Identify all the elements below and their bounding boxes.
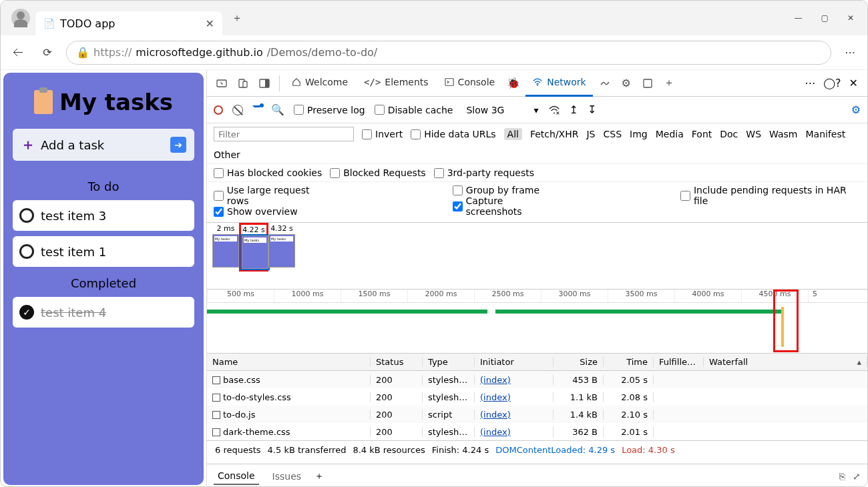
back-button[interactable]: 🡠 [7, 42, 29, 63]
filmstrip-frame-selected[interactable]: 4.22 s My tasks [240, 224, 267, 270]
close-tab-icon[interactable]: ✕ [206, 17, 214, 30]
filter-type[interactable]: WS [746, 129, 761, 139]
inspect-icon[interactable] [212, 74, 231, 93]
minimize-icon[interactable]: — [795, 13, 803, 23]
record-button[interactable] [214, 105, 223, 115]
filter-type[interactable]: Font [692, 129, 712, 139]
col-initiator[interactable]: Initiator [475, 357, 554, 367]
app-title-text: My tasks [59, 89, 173, 115]
request-row[interactable]: dark-theme.css200styleshe…(index)362 B2.… [207, 423, 867, 440]
browser-titlebar: 📄 TODO app ✕ ＋ — ▢ ✕ [1, 1, 867, 35]
bug-icon[interactable]: 🐞 [504, 74, 523, 93]
filmstrip-frame[interactable]: 4.32 s My tasks [268, 224, 295, 268]
task-item-completed[interactable]: ✓ test item 4 [13, 297, 194, 328]
download-har-icon[interactable]: ↧ [588, 103, 596, 116]
performance-icon[interactable] [596, 74, 614, 93]
request-row[interactable]: to-do-styles.css200styleshe…(index)1.1 k… [207, 388, 867, 406]
maximize-icon[interactable]: ▢ [821, 13, 829, 23]
request-row[interactable]: to-do.js200script(index)1.4 kB2.10 s [207, 406, 867, 423]
tab-network[interactable]: Network [525, 70, 592, 97]
col-size[interactable]: Size [554, 357, 604, 367]
close-devtools-icon[interactable]: ✕ [849, 77, 858, 89]
profile-avatar[interactable] [11, 9, 30, 27]
drawer-tab-issues[interactable]: Issues [272, 471, 302, 482]
third-party-checkbox[interactable]: 3rd-party requests [434, 167, 534, 178]
filter-type[interactable]: Wasm [769, 129, 797, 139]
address-bar[interactable]: 🔒 https://microsoftedge.github.io/Demos/… [66, 41, 831, 65]
filter-type[interactable]: Img [630, 129, 648, 139]
request-table-header[interactable]: Name Status Type Initiator Size Time Ful… [207, 354, 867, 371]
device-toggle-icon[interactable] [234, 74, 252, 93]
dock-icon[interactable] [255, 74, 274, 93]
network-settings-icon[interactable]: ⚙ [851, 103, 861, 116]
col-status[interactable]: Status [371, 357, 423, 367]
close-window-icon[interactable]: ✕ [847, 13, 854, 23]
add-task-input[interactable]: ＋ Add a task ➔ [13, 129, 194, 161]
filter-type[interactable]: Manifest [806, 129, 846, 139]
task-item[interactable]: test item 1 [13, 236, 194, 267]
group-by-frame-checkbox[interactable]: Group by frame [453, 185, 560, 195]
filter-type[interactable]: Other [214, 149, 240, 160]
memory-icon[interactable]: ⚙ [617, 74, 636, 93]
url-host: microsoftedge.github.io [136, 46, 262, 59]
filmstrip-frame[interactable]: 2 ms My tasks [212, 224, 239, 268]
overview-timeline[interactable]: 500 ms1000 ms1500 ms2000 ms2500 ms3000 m… [207, 290, 867, 354]
status-requests: 6 requests [215, 445, 261, 455]
radio-unchecked-icon[interactable] [19, 208, 34, 223]
disable-cache-checkbox[interactable]: Disable cache [375, 105, 453, 115]
more-tools-icon[interactable]: ⋯ [805, 77, 815, 89]
refresh-button[interactable]: ⟳ [37, 42, 58, 63]
radio-unchecked-icon[interactable] [19, 244, 34, 259]
col-fulfilled[interactable]: Fulfilled… [654, 357, 704, 367]
filter-input[interactable] [214, 127, 354, 141]
browser-tab[interactable]: 📄 TODO app ✕ [35, 11, 222, 35]
filter-type[interactable]: Doc [720, 129, 738, 139]
tab-welcome[interactable]: Welcome [285, 70, 355, 97]
more-menu-icon[interactable]: ⋯ [839, 42, 861, 63]
add-drawer-tab-icon[interactable]: ＋ [314, 470, 324, 482]
include-pending-checkbox[interactable]: Include pending requests in HAR file [680, 185, 861, 206]
new-tab-button[interactable]: ＋ [226, 7, 248, 29]
page-icon: 📄 [43, 18, 55, 29]
filter-toggle-icon[interactable] [252, 105, 262, 115]
upload-har-icon[interactable]: ↥ [570, 103, 578, 116]
hide-data-urls-checkbox[interactable]: Hide data URLs [411, 129, 495, 139]
capture-screenshots-checkbox[interactable]: Capture screenshots [453, 195, 560, 217]
col-waterfall[interactable]: Waterfall▴ [704, 357, 867, 367]
svg-rect-7 [644, 79, 652, 87]
invert-checkbox[interactable]: Invert [362, 129, 403, 139]
help-icon[interactable]: ◯? [823, 77, 841, 89]
search-icon[interactable]: 🔍 [271, 103, 284, 116]
network-options: Use large request rows Show overview Gro… [207, 182, 867, 223]
submit-task-button[interactable]: ➔ [170, 137, 186, 153]
filter-type-all[interactable]: All [504, 128, 522, 140]
show-overview-checkbox[interactable]: Show overview [214, 206, 333, 217]
col-type[interactable]: Type [423, 357, 475, 367]
col-name[interactable]: Name [207, 357, 371, 367]
filter-type[interactable]: Media [656, 129, 684, 139]
request-row[interactable]: base.css200styleshe…(index)453 B2.05 s [207, 371, 867, 388]
col-time[interactable]: Time [604, 357, 654, 367]
app-heading: My tasks [13, 82, 194, 129]
task-item[interactable]: test item 3 [13, 200, 194, 231]
large-rows-checkbox[interactable]: Use large request rows [214, 185, 333, 206]
throttling-select[interactable]: Slow 3G ▾ [462, 105, 538, 115]
application-icon[interactable] [638, 74, 657, 93]
status-dcl: DOMContentLoaded: 4.29 s [495, 445, 615, 455]
check-icon[interactable]: ✓ [19, 305, 34, 320]
preserve-log-checkbox[interactable]: Preserve log [294, 105, 365, 115]
filter-type[interactable]: Fetch/XHR [530, 129, 579, 139]
filter-type[interactable]: JS [586, 129, 595, 139]
add-tab-icon[interactable]: ＋ [660, 74, 678, 93]
clear-button[interactable] [232, 105, 243, 115]
blocked-requests-checkbox[interactable]: Blocked Requests [330, 167, 425, 178]
tab-console[interactable]: Console [438, 70, 502, 97]
drawer-tab-console[interactable]: Console [214, 468, 259, 485]
offline-wifi-icon[interactable] [548, 105, 560, 115]
filmstrip[interactable]: 2 ms My tasks 4.22 s My tasks 4.32 s My … [207, 223, 867, 290]
drawer-expand-icon[interactable]: ⤢ [853, 471, 861, 482]
filter-type[interactable]: CSS [603, 129, 622, 139]
tab-elements[interactable]: </> Elements [357, 70, 435, 97]
has-blocked-cookies-checkbox[interactable]: Has blocked cookies [214, 167, 322, 178]
drawer-issues-icon[interactable]: ⎘ [839, 471, 845, 482]
